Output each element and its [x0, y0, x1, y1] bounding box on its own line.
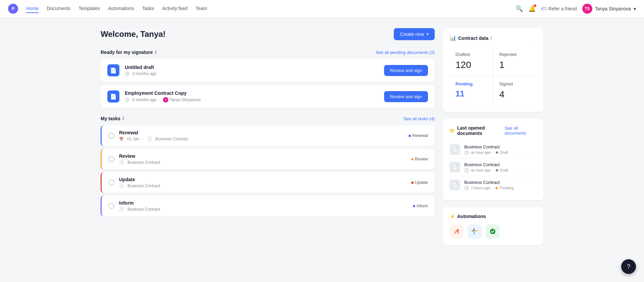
- nav-automations[interactable]: Automations: [108, 4, 134, 13]
- task-doc-icon-3: 📄: [119, 184, 124, 188]
- task-contract-1: Business Contract: [155, 137, 188, 141]
- signature-section-title: Ready for my signature ℹ: [101, 50, 157, 55]
- tag-label-4: Inform: [417, 204, 428, 208]
- nav-home[interactable]: Home: [26, 4, 39, 13]
- task-tag-2: Review: [411, 157, 428, 161]
- doc-list-meta-1: 🕐 an hour ago · Draft: [464, 150, 537, 155]
- doc-meta-1: 🕐 3 months ago: [125, 71, 379, 76]
- nav-team[interactable]: Team: [196, 4, 207, 13]
- doc-info-1: Untitled draft 🕐 3 months ago: [125, 65, 379, 76]
- user-menu-button[interactable]: TS Tanya Stoyanova ▾: [582, 4, 636, 14]
- nav-activity-feed[interactable]: Activity feed: [162, 4, 187, 13]
- hubspot-icon[interactable]: [449, 224, 464, 238]
- task-meta-2: 📄 Business Contract: [119, 160, 407, 165]
- doc-list-name-1: Business Contract: [464, 144, 537, 149]
- contract-data-info-icon[interactable]: ℹ: [490, 36, 492, 41]
- notification-button[interactable]: 🔔: [528, 5, 536, 12]
- automations-header: ⚡ Automations: [449, 214, 537, 219]
- tasks-section: My tasks ℹ See all tasks (4) Renewal 📅 0…: [101, 116, 435, 216]
- doc-list-icon-3: 📄: [449, 180, 460, 190]
- create-btn-arrow-icon: ▾: [427, 32, 429, 37]
- signature-title-text: Ready for my signature: [101, 50, 153, 55]
- doc-list-time-3: 2 hours ago: [471, 186, 490, 190]
- task-doc-icon-4: 📄: [119, 207, 124, 212]
- clock-icon-1: 🕐: [125, 72, 129, 76]
- doc-date-1: 3 months ago: [132, 71, 157, 76]
- calendar-icon-1: 📅: [119, 137, 124, 141]
- svg-rect-2: [474, 232, 475, 234]
- task-info-2: Review 📄 Business Contract: [119, 153, 407, 165]
- review-sign-btn-1[interactable]: Review and sign: [384, 65, 428, 76]
- last-opened-doc-2: 📄 Business Contract 🕐 an hour ago · Draf…: [449, 158, 537, 176]
- task-info-4: Inform 📄 Business Contract: [119, 200, 408, 212]
- tasks-info-icon[interactable]: ℹ: [122, 116, 124, 121]
- task-date-1: 01 Jan: [127, 137, 139, 141]
- task-info-1: Renewal 📅 01 Jan · 📄 Business Contract: [119, 130, 404, 141]
- nav-documents[interactable]: Documents: [47, 4, 70, 13]
- doc-date-2: 5 months ago: [132, 97, 157, 102]
- task-separator-1: ·: [143, 137, 144, 141]
- lightning-icon: ⚡: [449, 214, 455, 219]
- owner-avatar-2: T: [163, 97, 168, 102]
- gift-icon: 🏷: [541, 6, 546, 12]
- stat-signed-value: 4: [499, 89, 531, 100]
- task-info-3: Update 📄 Business Contract: [119, 177, 407, 188]
- nav-templates[interactable]: Templates: [78, 4, 100, 13]
- nav-tasks[interactable]: Tasks: [142, 4, 154, 13]
- tag-dot-3: [411, 182, 414, 184]
- slack-icon[interactable]: [468, 224, 482, 238]
- green-app-icon[interactable]: [486, 224, 500, 238]
- nav-right: 🔍 🔔 🏷 Refer a friend TS Tanya Stoyanova …: [516, 4, 636, 14]
- doc-list-status-dot-2: [496, 169, 498, 171]
- doc-list-sep-1: ·: [493, 150, 494, 154]
- signature-info-icon[interactable]: ℹ: [155, 50, 157, 55]
- doc-list-sep-3: ·: [492, 186, 493, 190]
- task-meta-1: 📅 01 Jan · 📄 Business Contract: [119, 137, 404, 141]
- task-checkbox-3[interactable]: [108, 180, 114, 186]
- search-icon: 🔍: [516, 5, 523, 12]
- task-contract-2: Business Contract: [127, 160, 160, 165]
- automations-title: Automations: [457, 214, 486, 219]
- task-meta-3: 📄 Business Contract: [119, 184, 407, 188]
- tag-dot-1: [409, 135, 411, 137]
- tag-label-1: Renewal: [412, 133, 428, 138]
- doc-list-clock-3: 🕐: [464, 186, 469, 190]
- main-column: Welcome, Tanya! Create new ▾ Ready for m…: [101, 28, 435, 245]
- user-avatar: TS: [582, 4, 592, 14]
- see-all-docs-link[interactable]: See all documents: [504, 126, 537, 136]
- logo-text: P: [12, 6, 15, 11]
- bar-chart-icon: 📊: [449, 35, 456, 41]
- last-opened-doc-1: 📄 Business Contract 🕐 an hour ago · Draf…: [449, 141, 537, 158]
- doc-name-2: Employment Contract Copy: [125, 90, 379, 96]
- refer-friend-button[interactable]: 🏷 Refer a friend: [541, 6, 577, 12]
- task-name-1: Renewal: [119, 130, 404, 135]
- tag-label-3: Update: [415, 180, 428, 185]
- doc-list-icon-1: 📄: [449, 144, 460, 155]
- contract-stats-grid: Drafted 120 Rejected 1 Pending 11 Signed…: [449, 47, 537, 105]
- chevron-down-icon: ▾: [634, 6, 636, 11]
- doc-list-status-1: Draft: [500, 150, 508, 154]
- see-all-tasks-link[interactable]: See all tasks (4): [404, 116, 435, 121]
- create-new-button[interactable]: Create new ▾: [394, 28, 435, 40]
- stat-signed-label: Signed: [499, 81, 531, 86]
- search-button[interactable]: 🔍: [516, 5, 523, 12]
- stat-pending-value: 11: [455, 89, 487, 98]
- nav-logo: P: [8, 4, 18, 14]
- navbar: P Home Documents Templates Automations T…: [0, 0, 644, 17]
- stat-pending-label: Pending: [455, 81, 487, 86]
- doc-list-status-dot-1: [496, 151, 498, 154]
- doc-card-1: 📄 Untitled draft 🕐 3 months ago Review a…: [101, 59, 435, 82]
- task-checkbox-2[interactable]: [108, 156, 114, 162]
- contract-data-card: 📊 Contract data ℹ Drafted 120 Rejected 1…: [443, 28, 543, 112]
- task-checkbox-4[interactable]: [108, 203, 114, 209]
- review-sign-btn-2[interactable]: Review and sign: [384, 91, 428, 102]
- tasks-title-text: My tasks: [101, 116, 120, 121]
- doc-list-sep-2: ·: [493, 168, 494, 172]
- doc-list-info-3: Business Contract 🕐 2 hours ago · Pendin…: [464, 180, 537, 190]
- doc-card-2: 📄 Employment Contract Copy 🕐 5 months ag…: [101, 85, 435, 108]
- see-all-pending-link[interactable]: See all pending documents (2): [376, 50, 435, 55]
- tasks-section-header: My tasks ℹ See all tasks (4): [101, 116, 435, 121]
- task-tag-3: Update: [411, 180, 428, 185]
- doc-list-info-2: Business Contract 🕐 an hour ago · Draft: [464, 162, 537, 172]
- task-checkbox-1[interactable]: [108, 133, 114, 139]
